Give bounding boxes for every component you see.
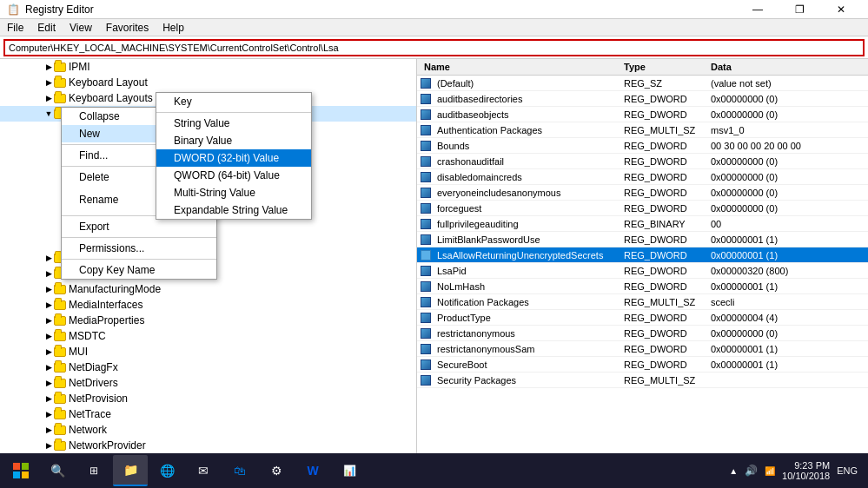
menu-favorites[interactable]: Favorites [99,19,156,36]
value-row[interactable]: disabledomaincreds REG_DWORD 0x00000000 … [417,169,868,185]
tree-item-network[interactable]: ▶ Network [0,422,416,438]
date-display: 10/10/2018 [782,471,830,481]
svg-rect-0 [13,463,20,470]
tree-item-msdtc[interactable]: ▶ MSDTC [0,328,416,344]
expand-arrow: ▶ [43,425,54,435]
expand-arrow: ▶ [43,300,54,310]
mail-icon: ✉ [198,464,209,478]
value-row[interactable]: Authentication Packages REG_MULTI_SZ msv… [417,122,868,138]
expand-arrow: ▶ [43,315,54,326]
expand-arrow: ▶ [43,409,54,419]
windows-icon [13,463,29,478]
tree-item-mediaproperties[interactable]: ▶ MediaProperties [0,313,416,328]
tree-item-netprovision[interactable]: ▶ NetProvision [0,391,416,406]
system-tray: ▲ 🔊 📶 9:23 PM 10/10/2018 ENG [729,460,865,481]
menu-view[interactable]: View [63,19,99,36]
submenu-separator [156,112,311,113]
ctx-permissions[interactable]: Permissions... [62,240,216,257]
submenu-qword-value[interactable]: QWORD (64-bit) Value [156,167,311,184]
values-header: Name Type Data [417,59,868,76]
browser-button[interactable]: 🌐 [149,455,184,486]
language-display: ENG [837,465,858,476]
menu-bar: File Edit View Favorites Help [0,19,868,36]
app2-button[interactable]: 📊 [332,455,367,486]
header-name: Name [421,61,620,73]
value-row[interactable]: auditbasedirectories REG_DWORD 0x0000000… [417,91,868,107]
value-row[interactable]: LsaPid REG_DWORD 0x00000320 (800) [417,263,868,279]
expand-arrow: ▶ [43,440,54,451]
tree-item-nettrace[interactable]: ▶ NetTrace [0,406,416,422]
value-row[interactable]: everyoneincludesanonymous REG_DWORD 0x00… [417,185,868,201]
start-button[interactable] [3,455,38,486]
app1-button[interactable]: W [295,455,330,486]
task-view-icon: ⊞ [89,465,98,477]
file-explorer-button[interactable]: 📁 [113,455,148,486]
settings-button[interactable]: ⚙ [259,455,294,486]
speaker-icon: 🔊 [745,465,758,477]
tree-item-manufacturing[interactable]: ▶ ManufacturingMode [0,281,416,297]
folder-icon [54,63,66,72]
value-row[interactable]: Notification Packages REG_MULTI_SZ scecl… [417,294,868,310]
expand-arrow: ▶ [43,362,54,373]
value-row[interactable]: crashonauditfail REG_DWORD 0x00000000 (0… [417,154,868,169]
menu-help[interactable]: Help [156,19,191,36]
value-row[interactable]: Bounds REG_DWORD 00 30 00 00 20 00 00 [417,138,868,154]
folder-icon [54,410,66,419]
expand-arrow: ▶ [43,77,54,88]
value-row[interactable]: ProductType REG_DWORD 0x00000004 (4) [417,310,868,326]
address-input[interactable] [3,39,865,56]
tree-item-ipmi[interactable]: ▶ IPMI [0,59,416,75]
value-row[interactable]: restrictanonymous REG_DWORD 0x00000000 (… [417,326,868,341]
value-row[interactable]: (Default) REG_SZ (value not set) [417,76,868,91]
maximize-button[interactable]: ❐ [779,0,819,19]
minimize-button[interactable]: — [738,0,778,19]
expand-arrow: ▶ [43,253,54,263]
submenu-key[interactable]: Key [156,93,311,110]
reg-icon [421,375,431,386]
ctx-export[interactable]: Export [62,218,216,235]
search-icon: 🔍 [50,464,65,478]
folder-icon [54,425,66,435]
value-row[interactable]: forceguest REG_DWORD 0x00000000 (0) [417,201,868,216]
value-row[interactable]: LimitBlankPasswordUse REG_DWORD 0x000000… [417,232,868,247]
main-content: ▶ IPMI ▶ Keyboard Layout ▶ Keyboard Layo… [0,59,868,453]
reg-icon [421,203,431,214]
expand-arrow: ▶ [43,268,54,279]
browser-icon: 🌐 [160,464,175,478]
submenu-expandable-string-value[interactable]: Expandable String Value [156,201,311,219]
task-view-button[interactable]: ⊞ [76,455,111,486]
menu-edit[interactable]: Edit [30,19,63,36]
search-button[interactable]: 🔍 [40,455,75,486]
reg-icon [421,234,431,245]
value-row[interactable]: fullprivilegeauditing REG_BINARY 00 [417,216,868,232]
value-row[interactable]: NoLmHash REG_DWORD 0x00000001 (1) [417,279,868,294]
tree-item-mui[interactable]: ▶ MUI [0,344,416,359]
reg-icon [421,188,431,198]
tree-item-netdrivers[interactable]: ▶ NetDrivers [0,375,416,391]
app1-icon: W [307,464,318,478]
store-button[interactable]: 🛍 [222,455,257,486]
submenu-string-value[interactable]: String Value [156,115,311,132]
tree-item-netdiagfx[interactable]: ▶ NetDiagFx [0,359,416,375]
tree-item-keyboard-layout[interactable]: ▶ Keyboard Layout [0,75,416,90]
reg-icon [421,313,431,323]
submenu-dword-value[interactable]: DWORD (32-bit) Value [156,149,311,167]
tree-item-mediainterfaces[interactable]: ▶ MediaInterfaces [0,297,416,313]
expand-arrow: ▶ [43,284,54,294]
folder-icon: 📁 [123,463,138,477]
value-row[interactable]: restrictanonymousSam REG_DWORD 0x0000000… [417,341,868,357]
close-button[interactable]: ✕ [821,0,861,19]
ctx-copy-key-name[interactable]: Copy Key Name [62,261,216,279]
value-row[interactable]: Security Packages REG_MULTI_SZ [417,373,868,388]
menu-file[interactable]: File [0,19,30,36]
reg-icon [421,266,431,276]
mail-button[interactable]: ✉ [186,455,221,486]
value-row[interactable]: SecureBoot REG_DWORD 0x00000001 (1) [417,357,868,373]
submenu-binary-value[interactable]: Binary Value [156,132,311,149]
submenu-multi-string-value[interactable]: Multi-String Value [156,184,311,201]
tree-item-networkprovider[interactable]: ▶ NetworkProvider [0,438,416,453]
header-data: Data [707,61,865,73]
reg-icon [421,250,431,260]
value-row[interactable]: auditbaseobjects REG_DWORD 0x00000000 (0… [417,107,868,122]
value-row-selected[interactable]: LsaAllowReturningUnencryptedSecrets REG_… [417,247,868,263]
